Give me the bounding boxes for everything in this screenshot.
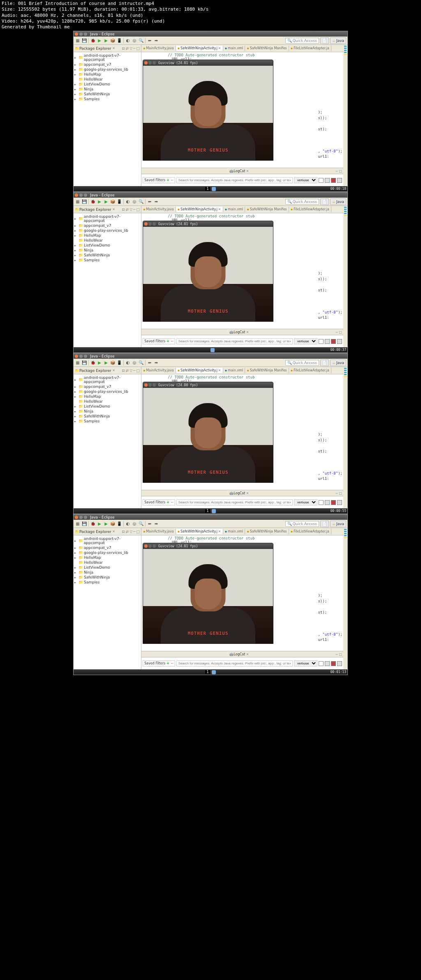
- saved-filters[interactable]: Saved Filters + −: [143, 177, 175, 183]
- tree-item-safewithninja[interactable]: ▸ 📁 SafeWithNinja: [74, 92, 140, 97]
- expand-icon[interactable]: ▸: [74, 97, 78, 101]
- tree-item-listviewdemo[interactable]: ▸ 📁 ListViewDemo: [74, 404, 140, 409]
- guvcview-window[interactable]: Guvcview (24.01 fps) MOTHER GENIUS: [143, 60, 273, 161]
- expand-icon[interactable]: ▸: [74, 254, 78, 257]
- maximize-icon[interactable]: □: [339, 653, 342, 656]
- quick-access-input[interactable]: 🔍 Quick Access: [285, 360, 319, 366]
- project-tree[interactable]: ▸ 📁 android-support-v7-appcompat ▸ 📁 app…: [74, 535, 141, 586]
- minimize-icon[interactable]: [79, 194, 83, 197]
- close-icon[interactable]: ✕: [218, 369, 221, 372]
- tree-item-listviewdemo[interactable]: ▸ 📁 ListViewDemo: [74, 565, 140, 570]
- logcat-label[interactable]: LogCat: [234, 491, 245, 495]
- minimize-icon[interactable]: ─: [133, 208, 135, 212]
- nav-fwd-icon[interactable]: ➡: [153, 521, 159, 527]
- editor-area[interactable]: // TODO Auto-generated constructor stub …: [141, 535, 343, 651]
- collapse-icon[interactable]: ⊟: [122, 530, 125, 534]
- nav-back-icon[interactable]: ⬅: [147, 360, 153, 366]
- nav-fwd-icon[interactable]: ➡: [153, 38, 159, 44]
- expand-icon[interactable]: ▸: [74, 390, 78, 394]
- clear-log-icon[interactable]: [325, 500, 330, 505]
- minimize-icon[interactable]: ─: [133, 46, 135, 51]
- new-class-icon[interactable]: ◐: [125, 521, 131, 527]
- tab-0[interactable]: ▪ MainActivity.java: [141, 46, 176, 51]
- maximize-icon[interactable]: [84, 516, 87, 519]
- new-icon[interactable]: ▦: [75, 199, 81, 205]
- tree-item-google-play-services_lib[interactable]: ▸ 📁 google-play-services_lib: [74, 389, 140, 394]
- search-icon[interactable]: 🔍: [138, 199, 144, 205]
- run-last-icon[interactable]: ▶: [103, 360, 109, 366]
- menu-icon[interactable]: ▽: [130, 369, 132, 373]
- new-class-icon[interactable]: ◐: [125, 38, 131, 44]
- overview-ruler[interactable]: [343, 528, 347, 669]
- log-level-select[interactable]: verbose: [294, 177, 317, 183]
- package-icon[interactable]: 📦: [110, 199, 116, 205]
- expand-icon[interactable]: ▸: [74, 83, 78, 86]
- maximize-icon[interactable]: [153, 383, 156, 387]
- clear-log-icon[interactable]: [325, 339, 330, 344]
- tab-2[interactable]: ▪ main.xml: [223, 529, 245, 534]
- quick-access-input[interactable]: 🔍 Quick Access: [285, 521, 319, 527]
- stop-icon[interactable]: [331, 661, 336, 666]
- tab-4[interactable]: ▪ FileListViewAdapter.ja: [289, 368, 331, 373]
- tree-item-ninja[interactable]: ▸ 📁 Ninja: [74, 87, 140, 92]
- expand-icon[interactable]: ▸: [74, 581, 78, 584]
- guvcview-window[interactable]: Guvcview (24.01 fps) MOTHER GENIUS: [143, 543, 273, 644]
- logcat-label[interactable]: LogCat: [234, 653, 245, 656]
- remove-filter-icon[interactable]: −: [171, 662, 173, 665]
- expand-icon[interactable]: ▸: [74, 63, 78, 67]
- tree-item-hellomap[interactable]: ▸ 📁 HelloMap: [74, 555, 140, 560]
- run-last-icon[interactable]: ▶: [103, 521, 109, 527]
- tab-3[interactable]: ▪ SafeWithNinja Manifes: [245, 207, 289, 212]
- remove-filter-icon[interactable]: −: [171, 500, 173, 504]
- run-last-icon[interactable]: ▶: [103, 199, 109, 205]
- stop-icon[interactable]: [331, 339, 336, 344]
- log-level-select[interactable]: verbose: [294, 499, 317, 505]
- new-icon[interactable]: ▦: [75, 38, 81, 44]
- overview-ruler[interactable]: [343, 367, 347, 508]
- tree-item-safewithninja[interactable]: ▸ 📁 SafeWithNinja: [74, 575, 140, 580]
- tree-item-ninja[interactable]: ▸ 📁 Ninja: [74, 409, 140, 414]
- clear-log-icon[interactable]: [325, 661, 330, 666]
- close-icon[interactable]: [144, 383, 148, 387]
- add-filter-icon[interactable]: +: [167, 178, 169, 182]
- saved-filters[interactable]: Saved Filters + −: [143, 338, 175, 344]
- search-icon[interactable]: 🔍: [138, 360, 144, 366]
- collapse-icon[interactable]: ⊟: [122, 46, 125, 51]
- logcat-search-input[interactable]: [176, 177, 293, 183]
- video-titlebar[interactable]: Guvcview (24.01 fps): [143, 543, 273, 549]
- search-icon[interactable]: 🔍: [138, 521, 144, 527]
- maximize-icon[interactable]: □: [339, 330, 342, 334]
- tree-item-hellomap[interactable]: ▸ 📁 HelloMap: [74, 72, 140, 77]
- save-icon[interactable]: 💾: [81, 360, 87, 366]
- java-perspective-button[interactable]: ☕ Java: [330, 198, 346, 205]
- tab-4[interactable]: ▪ FileListViewAdapter.ja: [289, 207, 331, 212]
- tree-item-listviewdemo[interactable]: ▸ 📁 ListViewDemo: [74, 243, 140, 248]
- tab-0[interactable]: ▪ MainActivity.java: [141, 368, 176, 373]
- link-icon[interactable]: ⇄: [126, 369, 129, 373]
- logcat-search-input[interactable]: [176, 499, 293, 505]
- tree-item-hellowear[interactable]: 📁 HelloWear: [74, 238, 140, 243]
- minimize-icon[interactable]: [79, 516, 83, 519]
- debug-icon[interactable]: 🐞: [90, 521, 96, 527]
- expand-icon[interactable]: ▸: [74, 258, 78, 262]
- minimize-icon[interactable]: ─: [133, 369, 135, 373]
- tree-item-listviewdemo[interactable]: ▸ 📁 ListViewDemo: [74, 82, 140, 87]
- video-titlebar[interactable]: Guvcview (24.01 fps): [143, 60, 273, 66]
- minimize-icon[interactable]: ─: [336, 653, 338, 656]
- expand-icon[interactable]: ▸: [74, 385, 78, 389]
- expand-icon[interactable]: ▸: [74, 576, 78, 579]
- tab-4[interactable]: ▪ FileListViewAdapter.ja: [289, 529, 331, 534]
- perspective-switcher[interactable]: 📄: [320, 521, 329, 527]
- perspective-switcher[interactable]: 📄: [320, 360, 329, 366]
- expand-icon[interactable]: ▸: [74, 415, 78, 418]
- editor-area[interactable]: // TODO Auto-generated constructor stub …: [141, 52, 343, 168]
- expand-icon[interactable]: ▸: [74, 571, 78, 574]
- expand-icon[interactable]: ▸: [74, 56, 78, 60]
- perspective-switcher[interactable]: 📄: [320, 198, 329, 205]
- tab-0[interactable]: ▪ MainActivity.java: [141, 207, 176, 212]
- maximize-icon[interactable]: □: [136, 208, 140, 212]
- maximize-icon[interactable]: [84, 355, 87, 358]
- quick-access-input[interactable]: 🔍 Quick Access: [285, 38, 319, 44]
- expand-icon[interactable]: ▸: [74, 217, 78, 221]
- expand-icon[interactable]: ▸: [74, 73, 78, 76]
